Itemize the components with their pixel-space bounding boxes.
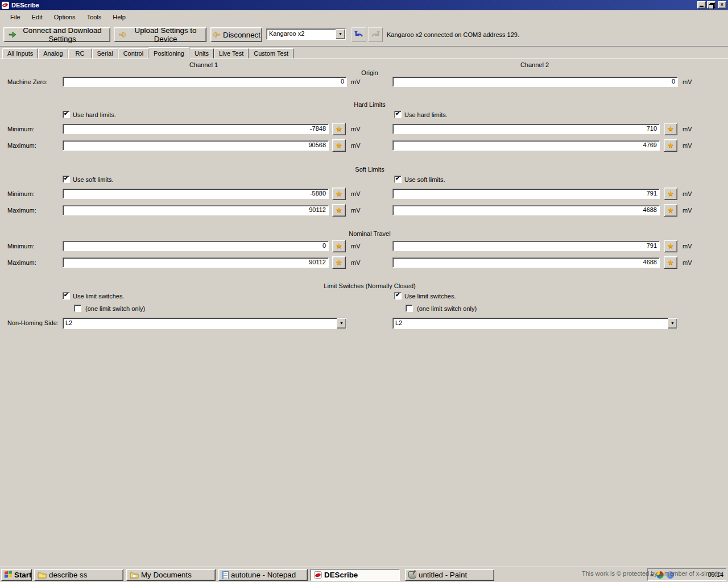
tab-positioning[interactable]: Positioning xyxy=(148,47,189,59)
tab-control[interactable]: Control xyxy=(118,48,148,59)
device-select-value: Kangaroo x2 xyxy=(269,30,304,37)
soft-min-ch1-input[interactable]: -5880 xyxy=(63,189,329,199)
hard-max-ch2-capture-button[interactable]: ★ xyxy=(664,139,677,152)
upload-settings-button[interactable]: Upload Settings to Device xyxy=(114,27,206,42)
one-limit-switch-ch1-checkbox[interactable] xyxy=(74,305,81,312)
nominal-min-ch1-input[interactable]: 0 xyxy=(63,241,329,251)
machine-zero-ch1-input[interactable]: 0 xyxy=(63,77,347,87)
minimize-icon xyxy=(700,6,704,7)
use-limit-switches-ch2-label: Use limit switches. xyxy=(404,293,456,300)
connect-icon xyxy=(9,31,16,38)
non-homing-side-ch1-arrow-icon[interactable]: ▼ xyxy=(337,318,346,329)
tab-serial[interactable]: Serial xyxy=(92,48,118,59)
restore-button[interactable] xyxy=(707,1,715,9)
task-label: describe ss xyxy=(49,571,87,579)
undo-button[interactable] xyxy=(351,27,366,42)
soft-max-ch1-capture-button[interactable]: ★ xyxy=(332,204,346,217)
tab-live-test[interactable]: Live Test xyxy=(214,48,249,59)
nominal-max-ch2-capture-button[interactable]: ★ xyxy=(664,256,677,269)
close-button[interactable]: × xyxy=(718,1,726,9)
task-my-documents[interactable]: My Documents xyxy=(126,569,216,581)
menu-options[interactable]: Options xyxy=(48,12,81,22)
menu-file[interactable]: File xyxy=(5,12,26,22)
menu-bar: File Edit Options Tools Help xyxy=(0,10,728,24)
soft-min-ch1-capture-button[interactable]: ★ xyxy=(332,188,346,200)
use-limit-switches-ch1-label: Use limit switches. xyxy=(73,293,124,300)
tray-network-icon[interactable] xyxy=(667,571,674,579)
use-hard-limits-ch1-checkbox[interactable] xyxy=(63,111,70,118)
hard-max-ch2-input[interactable]: 4769 xyxy=(392,140,660,151)
menu-edit[interactable]: Edit xyxy=(26,12,48,22)
nominal-min-ch2-input[interactable]: 791 xyxy=(392,241,660,251)
task-untitled-paint[interactable]: untitled - Paint xyxy=(405,569,494,581)
menu-help[interactable]: Help xyxy=(107,12,131,22)
nominal-max-ch1-input[interactable]: 90112 xyxy=(63,257,329,268)
soft-max-ch2-unit: mV xyxy=(682,207,692,214)
use-hard-limits-ch2-checkbox[interactable] xyxy=(394,111,402,118)
nominal-min-ch1-capture-button[interactable]: ★ xyxy=(332,240,346,252)
use-soft-limits-ch2-checkbox[interactable] xyxy=(394,176,402,183)
minimize-button[interactable] xyxy=(697,1,706,9)
soft-min-ch2-capture-button[interactable]: ★ xyxy=(664,188,677,200)
use-limit-switches-ch1-checkbox[interactable] xyxy=(63,292,70,300)
soft-max-ch2-capture-button[interactable]: ★ xyxy=(664,204,677,217)
nominal-max-ch2-input[interactable]: 4688 xyxy=(392,257,660,268)
upload-settings-label: Upload Settings to Device xyxy=(130,26,201,43)
use-limit-switches-ch2-checkbox[interactable] xyxy=(394,292,402,300)
non-homing-side-ch1-select[interactable]: L2 ▼ xyxy=(63,318,347,329)
menu-tools[interactable]: Tools xyxy=(81,12,107,22)
tray-clock: 09:14 xyxy=(708,571,723,578)
non-homing-side-ch2-select[interactable]: L2 ▼ xyxy=(392,318,678,329)
connect-download-label: Connect and Download Settings xyxy=(19,26,105,43)
tab-units[interactable]: Units xyxy=(189,48,214,59)
soft-min-label: Minimum: xyxy=(7,190,35,197)
hard-max-ch1-capture-button[interactable]: ★ xyxy=(332,139,346,152)
use-soft-limits-ch1-checkbox[interactable] xyxy=(63,176,70,183)
title-bar: DEScribe × xyxy=(0,0,728,10)
nominal-max-ch1-unit: mV xyxy=(351,259,361,266)
task-describe-ss[interactable]: describe ss xyxy=(34,569,123,581)
task-autotune-notepad[interactable]: autotune - Notepad xyxy=(218,569,308,581)
tray-status-icon[interactable] xyxy=(656,571,664,579)
tray-chevron-icon[interactable]: « xyxy=(650,571,653,578)
hard-max-ch1-input[interactable]: 90568 xyxy=(63,140,329,151)
one-limit-switch-ch2-checkbox[interactable] xyxy=(406,305,413,312)
tab-rc[interactable]: RC xyxy=(68,48,92,59)
nominal-min-ch2-unit: mV xyxy=(682,243,692,250)
soft-min-ch2-input[interactable]: 791 xyxy=(392,189,660,199)
device-select-arrow-icon[interactable]: ▼ xyxy=(336,29,345,39)
tab-strip: All Inputs Analog RC Serial Control Posi… xyxy=(0,47,728,59)
task-label: untitled - Paint xyxy=(419,571,467,579)
machine-zero-ch2-input[interactable]: 0 xyxy=(392,77,678,87)
hard-min-ch2-input[interactable]: 710 xyxy=(392,124,660,134)
non-homing-side-ch1-value: L2 xyxy=(65,319,72,326)
tab-all-inputs[interactable]: All Inputs xyxy=(2,48,38,59)
redo-button[interactable] xyxy=(368,27,383,42)
non-homing-side-ch2-arrow-icon[interactable]: ▼ xyxy=(668,318,677,329)
task-describe-active[interactable]: DEScribe xyxy=(311,569,400,581)
toolbar: Connect and Download Settings Upload Set… xyxy=(0,24,728,47)
taskbar: Start describe ss My Documents autotune … xyxy=(0,567,728,582)
paint-icon xyxy=(408,571,416,579)
machine-zero-label: Machine Zero: xyxy=(7,78,47,85)
hard-min-ch2-capture-button[interactable]: ★ xyxy=(664,123,677,135)
non-homing-side-ch2-value: L2 xyxy=(395,319,402,326)
soft-max-ch2-input[interactable]: 4688 xyxy=(392,205,660,215)
hard-max-ch1-unit: mV xyxy=(351,142,361,149)
nominal-max-ch1-capture-button[interactable]: ★ xyxy=(332,256,346,269)
task-label: DEScribe xyxy=(324,571,358,579)
one-limit-switch-ch2-label: (one limit switch only) xyxy=(417,305,477,312)
hard-min-ch1-input[interactable]: -7848 xyxy=(63,124,329,134)
tab-analog[interactable]: Analog xyxy=(38,48,68,59)
machine-zero-ch1-unit: mV xyxy=(351,78,361,85)
hard-min-ch1-capture-button[interactable]: ★ xyxy=(332,123,346,135)
start-button[interactable]: Start xyxy=(1,569,32,581)
window-title: DEScribe xyxy=(11,2,39,9)
tab-custom-test[interactable]: Custom Test xyxy=(249,48,293,59)
nominal-max-label: Maximum: xyxy=(7,259,36,266)
disconnect-button[interactable]: Disconnect xyxy=(210,27,262,42)
device-select[interactable]: Kangaroo x2 ▼ xyxy=(266,28,346,40)
nominal-min-ch2-capture-button[interactable]: ★ xyxy=(664,240,677,252)
connect-download-button[interactable]: Connect and Download Settings xyxy=(3,27,110,42)
soft-max-ch1-input[interactable]: 90112 xyxy=(63,205,329,215)
